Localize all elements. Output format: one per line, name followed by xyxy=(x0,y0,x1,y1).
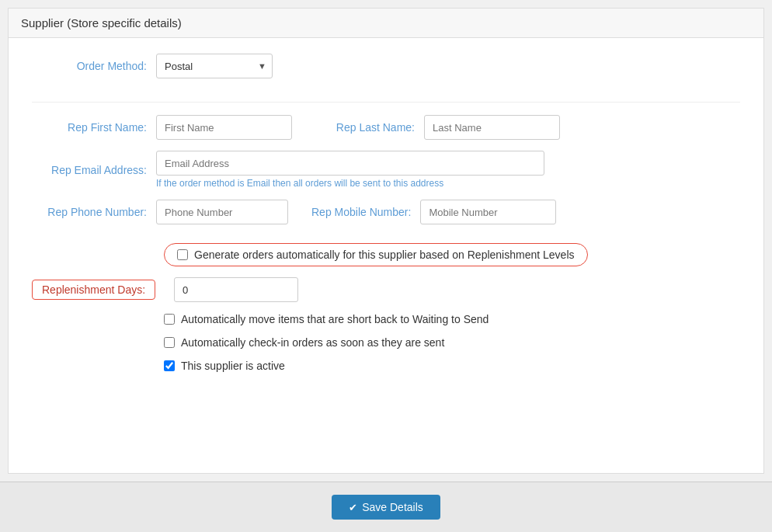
supplier-active-checkbox[interactable] xyxy=(164,360,175,371)
generate-orders-label: Generate orders automatically for this s… xyxy=(194,249,575,261)
replenishment-label-wrap: Replenishment Days: xyxy=(32,280,165,300)
rep-last-name-label-col: Rep Last Name: xyxy=(315,115,560,140)
rep-email-row: Rep Email Address: If the order method i… xyxy=(32,151,740,189)
card-title: Supplier (Store specific details) xyxy=(21,16,182,30)
card-header: Supplier (Store specific details) xyxy=(9,9,763,38)
footer-bar: ✔ Save Details xyxy=(0,482,772,532)
generate-orders-checkbox[interactable] xyxy=(177,249,188,260)
rep-names-row: Rep First Name: Rep Last Name: xyxy=(32,115,740,140)
replenishment-days-row: Replenishment Days: xyxy=(32,277,740,302)
rep-mobile-input[interactable] xyxy=(420,200,556,224)
auto-move-label: Automatically move items that are short … xyxy=(181,313,489,325)
supplier-card: Supplier (Store specific details) Order … xyxy=(8,8,764,474)
order-method-label: Order Method: xyxy=(32,60,156,72)
order-method-select-wrap: Postal Email Fax Phone ▼ xyxy=(156,54,273,78)
rep-email-input[interactable] xyxy=(156,151,544,176)
rep-first-name-input[interactable] xyxy=(156,115,292,140)
rep-phone-label: Rep Phone Number: xyxy=(32,206,156,218)
rep-first-name-label: Rep First Name: xyxy=(32,121,156,134)
auto-checkin-label: Automatically check-in orders as soon as… xyxy=(181,336,444,349)
auto-checkin-checkbox[interactable] xyxy=(164,337,175,348)
generate-orders-row: Generate orders automatically for this s… xyxy=(164,243,588,266)
rep-email-label: Rep Email Address: xyxy=(32,164,156,176)
auto-checkin-row: Automatically check-in orders as soon as… xyxy=(164,336,740,349)
order-method-select[interactable]: Postal Email Fax Phone xyxy=(156,54,273,78)
order-method-section: Order Method: Postal Email Fax Phone ▼ xyxy=(32,54,740,103)
supplier-active-label: This supplier is active xyxy=(181,360,285,372)
replenishment-days-label: Replenishment Days: xyxy=(32,280,155,300)
auto-move-checkbox[interactable] xyxy=(164,314,175,325)
rep-last-name-input[interactable] xyxy=(424,115,560,140)
card-body: Order Method: Postal Email Fax Phone ▼ R… xyxy=(9,38,763,398)
order-method-row: Order Method: Postal Email Fax Phone ▼ xyxy=(32,54,740,78)
rep-mobile-label-col: Rep Mobile Number: xyxy=(311,200,556,224)
auto-move-row: Automatically move items that are short … xyxy=(164,313,740,325)
rep-mobile-label: Rep Mobile Number: xyxy=(311,206,420,218)
rep-phone-row: Rep Phone Number: Rep Mobile Number: xyxy=(32,200,740,224)
page-wrapper: Supplier (Store specific details) Order … xyxy=(0,0,772,532)
rep-email-hint: If the order method is Email then all or… xyxy=(156,178,544,189)
spacer xyxy=(32,235,740,243)
rep-email-col: If the order method is Email then all or… xyxy=(156,151,544,189)
rep-phone-input[interactable] xyxy=(156,200,288,224)
replenishment-days-input[interactable] xyxy=(174,277,298,302)
rep-last-name-label: Rep Last Name: xyxy=(315,121,424,134)
save-label: Save Details xyxy=(362,501,423,513)
checkmark-icon: ✔ xyxy=(349,502,357,513)
supplier-active-row: This supplier is active xyxy=(164,360,740,372)
save-button[interactable]: ✔ Save Details xyxy=(332,495,440,520)
